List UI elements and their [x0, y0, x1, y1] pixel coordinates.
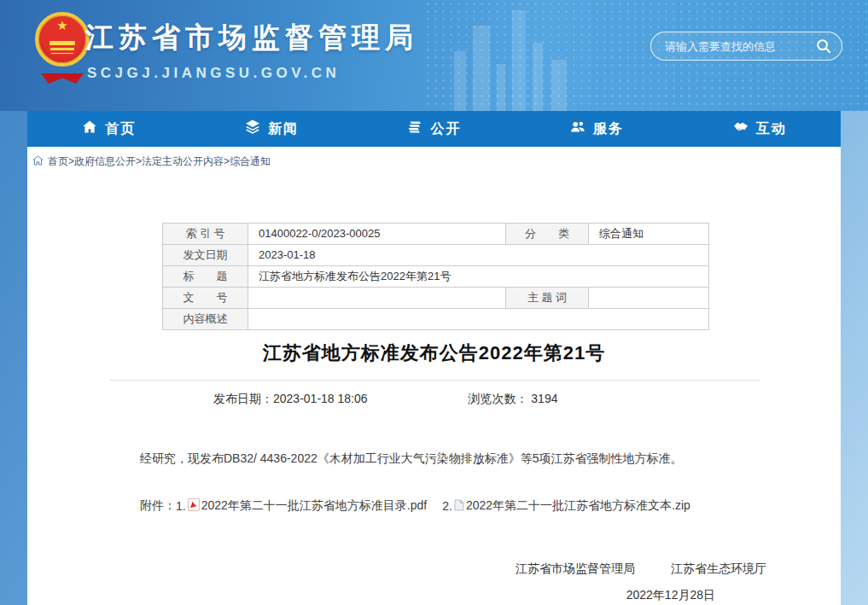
title-label: 标 题	[163, 266, 248, 288]
category-label: 分 类	[506, 224, 589, 245]
interact-handshake-icon	[732, 119, 756, 139]
docnum-label: 文 号	[163, 288, 248, 309]
site-banner: ★ 江苏省市场监督管理局 SCJGJ.JIANGSU.GOV.CN	[0, 0, 868, 111]
views-value: 3194	[531, 392, 557, 405]
views-label: 浏览次数：	[468, 392, 527, 405]
publish-date-value: 2023-01-18 18:06	[273, 392, 368, 405]
signature-ecology-environment: 江苏省生态环境厅	[671, 561, 766, 575]
publish-date-label: 发布日期：	[213, 392, 273, 405]
pdf-file-icon	[186, 498, 201, 514]
news-layers-icon	[244, 119, 268, 139]
national-emblem-logo[interactable]: ★	[32, 10, 92, 89]
content-area: 首页>政府信息公开>法定主动公开内容>综合通知 索 引 号 01400022-0…	[27, 147, 841, 605]
open-books-icon	[406, 119, 430, 139]
zip-file-icon	[452, 499, 466, 514]
index-label: 索 引 号	[163, 224, 248, 245]
article-body: 经研究，现发布DB32/ 4436-2022《木材加工行业大气污染物排放标准》等…	[27, 449, 841, 468]
attachment-link-zip[interactable]: 2. 2022年第二十一批江苏省地方标准文本.zip	[442, 498, 690, 514]
site-title[interactable]: 江苏省市场监督管理局	[85, 19, 418, 57]
emblem-icon: ★	[35, 12, 90, 67]
issue-date-label: 发文日期	[163, 245, 248, 266]
docnum-value	[248, 288, 506, 309]
attachment-number: 1.	[176, 499, 186, 513]
star-icon: ★	[56, 19, 67, 32]
nav-item-interact[interactable]: 互动	[678, 111, 841, 147]
meta-row-summary: 内容概述	[163, 309, 709, 330]
nav-label: 首页	[105, 120, 136, 138]
breadcrumb-home-icon	[32, 155, 48, 168]
main-nav: 首页 新闻 公开	[27, 111, 841, 147]
issue-date-value: 2023-01-18	[248, 245, 709, 266]
site-url: SCJGJ.JIANGSU.GOV.CN	[87, 65, 340, 82]
nav-label: 互动	[756, 120, 787, 138]
attachments-row: 附件： 1. 2022年第二十一批江苏省地方标准目录.pdf 2. 2022年第…	[27, 498, 841, 514]
summary-value	[248, 309, 709, 330]
subject-label: 主 题 词	[506, 288, 589, 309]
article-dateline: 发布日期：2023-01-18 18:06 浏览次数： 3194	[27, 392, 841, 407]
nav-label: 服务	[593, 120, 624, 138]
summary-label: 内容概述	[163, 309, 248, 330]
nav-label: 公开	[430, 120, 461, 138]
meta-row-index: 索 引 号 01400022-0/2023-00025 分 类 综合通知	[163, 224, 709, 245]
nav-label: 新闻	[268, 120, 299, 138]
nav-item-home[interactable]: 首页	[27, 111, 190, 147]
signatures-row: 江苏省市场监督管理局 江苏省生态环境厅	[27, 561, 841, 577]
category-value: 综合通知	[589, 224, 709, 245]
service-users-icon	[569, 119, 593, 139]
index-value: 01400022-0/2023-00025	[248, 224, 506, 245]
tiananmen-icon	[50, 41, 75, 45]
search-icon[interactable]	[815, 38, 832, 55]
title-value: 江苏省地方标准发布公告2022年第21号	[248, 266, 709, 288]
search-input[interactable]	[665, 40, 815, 53]
emblem-ribbon	[41, 73, 84, 84]
article-title: 江苏省地方标准发布公告2022年第21号	[27, 340, 841, 366]
meta-row-docnum: 文 号 主 题 词	[163, 288, 709, 309]
attachment-name: 2022年第二十一批江苏省地方标准目录.pdf	[201, 498, 428, 514]
nav-item-open[interactable]: 公开	[352, 111, 516, 147]
meta-row-title: 标 题 江苏省地方标准发布公告2022年第21号	[163, 266, 709, 288]
attachments-prefix: 附件：	[140, 498, 176, 514]
search-box[interactable]	[650, 32, 842, 61]
breadcrumb-text: 首页>政府信息公开>法定主动公开内容>综合通知	[48, 154, 271, 169]
nav-item-news[interactable]: 新闻	[190, 111, 353, 147]
home-icon	[81, 119, 105, 139]
signature-date: 2022年12月28日	[27, 588, 841, 603]
attachment-link-pdf[interactable]: 1. 2022年第二十一批江苏省地方标准目录.pdf	[176, 498, 427, 514]
signature-market-regulation: 江苏省市场监督管理局	[516, 561, 635, 575]
nav-item-service[interactable]: 服务	[516, 111, 679, 147]
title-divider	[109, 380, 760, 381]
attachment-number: 2.	[442, 499, 452, 513]
meta-row-date: 发文日期 2023-01-18	[163, 245, 709, 266]
breadcrumb[interactable]: 首页>政府信息公开>法定主动公开内容>综合通知	[27, 147, 271, 169]
attachment-name: 2022年第二十一批江苏省地方标准文本.zip	[466, 498, 690, 514]
subject-value	[589, 288, 709, 309]
document-meta-table: 索 引 号 01400022-0/2023-00025 分 类 综合通知 发文日…	[162, 223, 709, 330]
